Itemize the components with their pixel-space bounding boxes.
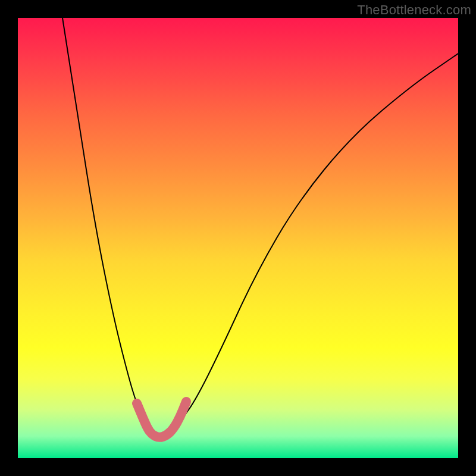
bottleneck-curve-path — [62, 18, 458, 434]
watermark-text: TheBottleneck.com — [357, 2, 471, 18]
chart-svg — [18, 18, 458, 458]
chart-plot-area — [18, 18, 458, 458]
highlight-valley-path — [137, 402, 186, 437]
